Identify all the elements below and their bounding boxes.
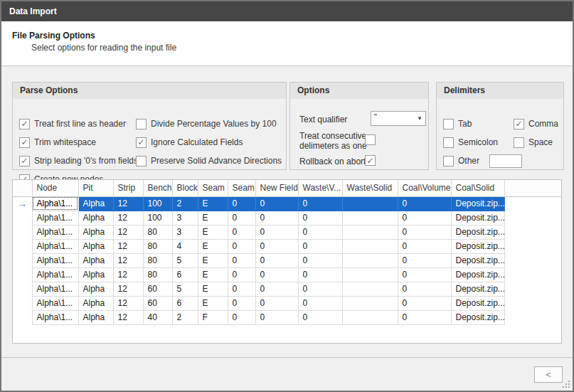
cell-waste-solid-r7[interactable]: [342, 296, 398, 310]
cell-block-r3[interactable]: 4: [172, 239, 198, 253]
cell-strip-r1[interactable]: 12: [113, 211, 143, 225]
column-header-new-field[interactable]: New Field: [255, 180, 298, 196]
cell-seam-r0[interactable]: E: [198, 196, 228, 211]
cell-bench-r6[interactable]: 60: [143, 282, 172, 296]
cell-node-r8[interactable]: Alpha\1...: [32, 310, 78, 324]
cell-node-r3[interactable]: Alpha\1...: [32, 239, 78, 253]
cell-waste-solid-r3[interactable]: [342, 239, 398, 253]
cell-seam-r4[interactable]: E: [198, 253, 228, 267]
cell-waste-v-r0[interactable]: 0: [298, 196, 342, 211]
cell-waste-solid-r1[interactable]: [342, 211, 398, 225]
cell-waste-v-r2[interactable]: 0: [298, 225, 342, 239]
checkbox-divide-percentage-values-by-100[interactable]: [136, 119, 147, 129]
checkbox-ignore-calculated-fields[interactable]: ✓: [136, 137, 147, 148]
cell-block-r2[interactable]: 3: [172, 225, 198, 239]
checkbox-item-other[interactable]: Other: [443, 155, 514, 166]
cell-seam-r1[interactable]: 0: [228, 211, 255, 225]
cell-pit-r4[interactable]: Alpha: [78, 253, 113, 267]
cell-bench-r0[interactable]: 100: [143, 196, 172, 211]
table-row[interactable]: →Alpha\1...Alpha121002E0000Deposit.zip..…: [13, 196, 561, 211]
table-row[interactable]: Alpha\1...Alpha121003E0000Deposit.zip...: [13, 211, 561, 225]
cell-block-r5[interactable]: 6: [172, 267, 198, 282]
table-row[interactable]: Alpha\1...Alpha12803E0000Deposit.zip...: [13, 225, 561, 239]
cell-new-field-r6[interactable]: 0: [255, 282, 298, 296]
checkbox-item-space[interactable]: Space: [514, 137, 558, 148]
cell-bench-r2[interactable]: 80: [143, 225, 172, 239]
consecutive-delimiters-checkbox[interactable]: [365, 134, 376, 145]
cell-coal-solid-r7[interactable]: Deposit.zip...: [451, 296, 504, 310]
checkbox-tab[interactable]: [443, 119, 454, 129]
column-header-block[interactable]: Block: [172, 180, 198, 196]
cell-block-r6[interactable]: 5: [172, 282, 198, 296]
checkbox-item-semicolon[interactable]: Semicolon: [443, 137, 514, 148]
cell-seam-r6[interactable]: E: [198, 282, 228, 296]
cell-pit-r3[interactable]: Alpha: [78, 239, 113, 253]
cell-bench-r4[interactable]: 80: [143, 253, 172, 267]
cell-seam-r4[interactable]: 0: [228, 253, 255, 267]
column-header-seam[interactable]: Seam: [198, 180, 228, 196]
cell-seam-r1[interactable]: E: [198, 211, 228, 225]
cell-waste-v-r3[interactable]: 0: [298, 239, 342, 253]
cell-pit-r0[interactable]: Alpha: [78, 196, 113, 211]
cell-waste-v-r5[interactable]: 0: [298, 267, 342, 282]
cell-coal-solid-r3[interactable]: Deposit.zip...: [451, 239, 504, 253]
cell-pit-r1[interactable]: Alpha: [78, 211, 113, 225]
cell-coal-solid-r8[interactable]: Deposit.zip...: [451, 310, 504, 324]
checkbox-item-divide-percentage-values-by-100[interactable]: Divide Percentage Values by 100: [136, 118, 282, 129]
cell-seam-r7[interactable]: 0: [228, 296, 255, 310]
cell-coal-volume-r4[interactable]: 0: [398, 253, 451, 267]
back-button[interactable]: <: [534, 366, 563, 383]
cell-seam-r3[interactable]: 0: [228, 239, 255, 253]
cell-coal-solid-r5[interactable]: Deposit.zip...: [451, 267, 504, 282]
other-delimiter-input[interactable]: [489, 154, 522, 168]
checkbox-item-comma[interactable]: ✓Comma: [514, 118, 558, 129]
cell-pit-r7[interactable]: Alpha: [78, 296, 113, 310]
checkbox-comma[interactable]: ✓: [514, 119, 524, 129]
cell-node-r0[interactable]: Alpha\1...: [32, 196, 78, 211]
cell-seam-r2[interactable]: 0: [228, 225, 255, 239]
cell-node-r5[interactable]: Alpha\1...: [32, 267, 78, 282]
cell-waste-solid-r4[interactable]: [342, 253, 398, 267]
text-qualifier-combo[interactable]: " ▼: [371, 111, 426, 126]
cell-seam-r5[interactable]: 0: [228, 267, 255, 282]
checkbox-treat-first-line-as-header[interactable]: ✓: [19, 119, 30, 129]
cell-coal-volume-r6[interactable]: 0: [398, 282, 451, 296]
cell-bench-r3[interactable]: 80: [143, 239, 172, 253]
cell-block-r7[interactable]: 6: [172, 296, 198, 310]
column-header-node[interactable]: Node: [32, 180, 78, 196]
cell-node-r2[interactable]: Alpha\1...: [32, 225, 78, 239]
cell-new-field-r7[interactable]: 0: [255, 296, 298, 310]
cell-block-r4[interactable]: 5: [172, 253, 198, 267]
cell-waste-solid-r6[interactable]: [342, 282, 398, 296]
cell-strip-r3[interactable]: 12: [113, 239, 143, 253]
cell-strip-r0[interactable]: 12: [113, 196, 143, 211]
cell-waste-v-r6[interactable]: 0: [298, 282, 342, 296]
checkbox-space[interactable]: [514, 137, 524, 148]
cell-node-r6[interactable]: Alpha\1...: [32, 282, 78, 296]
table-row[interactable]: Alpha\1...Alpha12606E0000Deposit.zip...: [13, 296, 561, 310]
cell-block-r8[interactable]: 2: [172, 310, 198, 324]
checkbox-item-treat-first-line-as-header[interactable]: ✓Treat first line as header: [19, 118, 136, 129]
rollback-on-abort-checkbox[interactable]: ✓: [365, 155, 376, 166]
cell-coal-solid-r2[interactable]: Deposit.zip...: [451, 225, 504, 239]
checkbox-item-tab[interactable]: Tab: [443, 118, 514, 129]
cell-node-r1[interactable]: Alpha\1...: [32, 211, 78, 225]
cell-waste-v-r8[interactable]: 0: [298, 310, 342, 324]
cell-block-r1[interactable]: 3: [172, 211, 198, 225]
column-header-strip[interactable]: Strip: [113, 180, 143, 196]
checkbox-strip-leading-0-s-from-fields[interactable]: ✓: [19, 156, 30, 166]
column-header-waste-v[interactable]: Waste\V...: [298, 180, 342, 196]
cell-strip-r7[interactable]: 12: [113, 296, 143, 310]
cell-new-field-r5[interactable]: 0: [255, 267, 298, 282]
checkbox-item-strip-leading-0-s-from-fields[interactable]: ✓Strip leading '0's from fields: [19, 155, 136, 166]
checkbox-preserve-solid-advance-directions[interactable]: [136, 156, 147, 166]
cell-coal-volume-r2[interactable]: 0: [398, 225, 451, 239]
window-title-bar[interactable]: Data Import: [1, 1, 573, 21]
table-row[interactable]: Alpha\1...Alpha12806E0000Deposit.zip...: [13, 267, 561, 282]
cell-pit-r8[interactable]: Alpha: [78, 310, 113, 324]
cell-node-r7[interactable]: Alpha\1...: [32, 296, 78, 310]
cell-new-field-r4[interactable]: 0: [255, 253, 298, 267]
cell-seam-r5[interactable]: E: [198, 267, 228, 282]
column-header-seam[interactable]: Seam: [228, 180, 255, 196]
column-header-coal-solid[interactable]: Coal\Solid: [451, 180, 504, 196]
